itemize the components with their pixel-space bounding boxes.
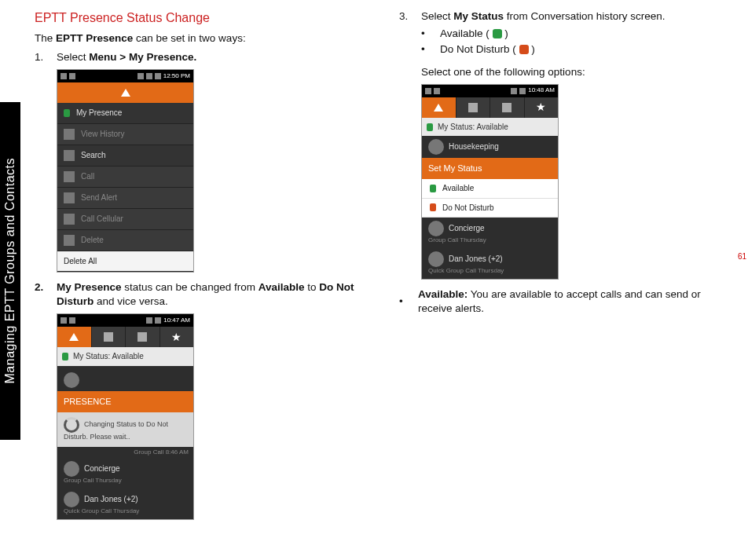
tab-bar: ★	[422, 97, 558, 118]
popup-body: Changing Status to Do Not Disturb. Pleas…	[57, 412, 193, 447]
my-status-row[interactable]: My Status: Available	[422, 118, 558, 137]
item-title: Dan Jones (+2)	[449, 254, 503, 263]
menu-item-my-presence[interactable]: My Presence	[57, 103, 193, 124]
status-left-icons	[425, 88, 440, 94]
text-bold: My Presence	[57, 281, 122, 293]
call-icon	[64, 171, 75, 182]
menu-label: Delete	[81, 235, 104, 246]
list-item-dan-jones[interactable]: Dan Jones (+2)Quick Group Call Thursday	[422, 248, 558, 279]
screenshot-set-my-status: 10:48 AM ★ My Status: Available Housekee…	[421, 84, 559, 280]
my-status-row[interactable]: My Status: Available	[57, 347, 193, 366]
status-label: My Status: Available	[73, 351, 144, 362]
menu-item-search[interactable]: Search	[57, 145, 193, 167]
signal-icon	[138, 73, 144, 79]
menu-label: Call Cellular	[81, 214, 123, 225]
status-left-icons	[60, 317, 75, 324]
step-1: 1. Select Menu > My Presence.	[35, 50, 368, 64]
text: The	[35, 32, 56, 44]
menu-item-send-alert[interactable]: Send Alert	[57, 188, 193, 209]
status-options: Available Do Not Disturb	[422, 179, 558, 218]
notif-icon	[60, 317, 67, 324]
notif-icon	[69, 73, 75, 79]
text-bold: Available	[258, 281, 305, 293]
avatar-icon	[428, 251, 444, 267]
step-number: 2.	[35, 280, 57, 309]
available-dot-icon	[430, 185, 436, 192]
list-item-concierge[interactable]: ConciergeGroup Call Thursday	[57, 458, 193, 489]
signal-icon	[511, 88, 517, 94]
bullet-text: Available: You are available to accept c…	[418, 287, 732, 316]
menu-label: Search	[81, 150, 106, 161]
status-dot-icon	[62, 353, 68, 361]
left-column: EPTT Presence Status Change The EPTT Pre…	[35, 9, 368, 552]
step-text: Select My Status from Conversation histo…	[421, 9, 732, 24]
text: )	[529, 43, 535, 55]
spinner-icon	[64, 417, 79, 433]
bullet: •	[421, 27, 440, 41]
avatar-icon	[64, 372, 79, 388]
faded-meta: Group Call 8:46 AM	[57, 447, 193, 459]
item-subtitle: Quick Group Call Thursday	[64, 507, 187, 516]
text-bold: Available:	[418, 288, 468, 300]
avatar-icon	[428, 139, 444, 155]
battery-icon	[155, 317, 161, 324]
text-bold: My Status	[453, 10, 504, 22]
home-icon	[69, 333, 79, 341]
status-right: 10:47 AM	[146, 317, 190, 325]
section-heading: EPTT Presence Status Change	[35, 9, 368, 27]
item-title: Concierge	[84, 464, 120, 473]
menu-item-view-history[interactable]: View History	[57, 124, 193, 145]
select-options-text: Select one of the following options:	[421, 65, 732, 79]
step-number: 3.	[399, 9, 421, 24]
menu-list: My Presence View History Search Call Sen…	[57, 103, 193, 272]
tab-favorites[interactable]: ★	[160, 327, 194, 347]
menu-label: Send Alert	[81, 192, 117, 203]
tab-bar	[57, 82, 193, 103]
popup-text: Changing Status to Do Not Disturb. Pleas…	[64, 420, 168, 441]
text: to	[304, 281, 319, 293]
tab-home[interactable]	[422, 97, 456, 118]
option-dnd[interactable]: Do Not Disturb	[422, 199, 558, 218]
text: Select	[421, 10, 453, 22]
tab-groups[interactable]	[126, 327, 160, 347]
clock: 10:48 AM	[528, 86, 555, 95]
text-bold: Menu > My Presence.	[89, 51, 196, 63]
menu-item-delete[interactable]: Delete	[57, 230, 193, 251]
tab-contacts[interactable]	[456, 97, 491, 118]
tab-home[interactable]	[57, 327, 92, 347]
bullet-dnd: • Do Not Disturb ( )	[421, 42, 732, 57]
menu-label: View History	[81, 129, 124, 140]
bullet-text: Available ( )	[440, 27, 508, 41]
list-item-concierge[interactable]: ConciergeGroup Call Thursday	[422, 218, 558, 248]
intro-paragraph: The EPTT Presence can be set in two ways…	[35, 31, 368, 46]
menu-item-call[interactable]: Call	[57, 167, 193, 188]
contacts-icon	[468, 103, 478, 112]
item-subtitle: Group Call Thursday	[64, 477, 187, 485]
text: Do Not Disturb (	[440, 43, 519, 55]
battery-icon	[519, 88, 526, 94]
list-item-housekeeping: Housekeeping	[422, 136, 558, 158]
menu-item-call-cellular[interactable]: Call Cellular	[57, 209, 193, 230]
tab-groups[interactable]	[490, 97, 525, 118]
contacts-icon	[104, 332, 113, 342]
list-item-dan-jones[interactable]: Dan Jones (+2)Quick Group Call Thursday	[57, 489, 193, 519]
signal-icon	[146, 317, 152, 324]
home-icon	[434, 104, 443, 112]
text: from Conversation history screen.	[504, 10, 666, 22]
item-title: Concierge	[449, 224, 485, 232]
text: and vice versa.	[94, 295, 168, 307]
groups-icon	[138, 332, 147, 342]
screenshot-presence-changing: 10:47 AM ★ My Status: Available PRESENCE…	[57, 313, 194, 519]
right-column: 3. Select My Status from Conversation hi…	[399, 9, 732, 552]
groups-icon	[502, 103, 512, 112]
notif-icon	[60, 73, 67, 79]
tab-home[interactable]	[57, 82, 193, 103]
menu-item-delete-all[interactable]: Delete All	[57, 251, 193, 273]
bullet-available-desc: • Available: You are available to accept…	[399, 287, 732, 316]
avatar-icon	[64, 461, 79, 477]
tab-contacts[interactable]	[92, 327, 126, 347]
tab-favorites[interactable]: ★	[525, 97, 559, 118]
item-title: Housekeeping	[449, 142, 499, 151]
step-3: 3. Select My Status from Conversation hi…	[399, 9, 732, 24]
option-available[interactable]: Available	[422, 179, 558, 199]
